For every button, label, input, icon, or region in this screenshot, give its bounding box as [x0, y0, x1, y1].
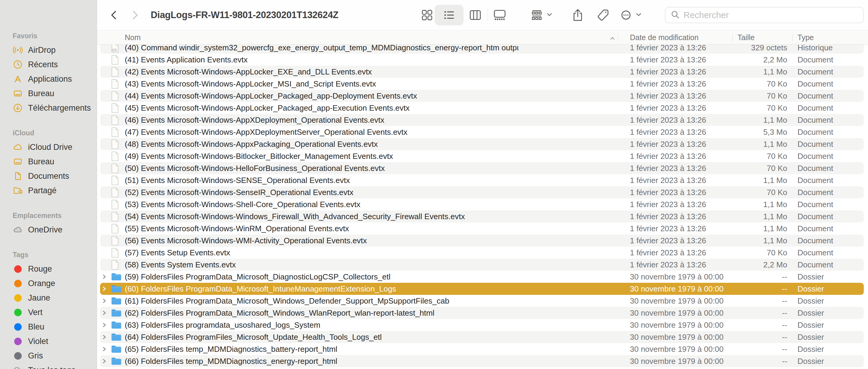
- sidebar-item-tous-les-tags[interactable]: Tous les tags…: [0, 363, 97, 369]
- table-row[interactable]: (50) Events Microsoft-Windows-HelloForBu…: [97, 162, 868, 174]
- file-name: (53) Events Microsoft-Windows-Shell-Core…: [125, 198, 518, 210]
- desktop-icon: [13, 156, 23, 167]
- column-header-type[interactable]: Type: [798, 30, 814, 44]
- table-row[interactable]: (62) FoldersFiles ProgramData_Microsoft_…: [97, 307, 868, 319]
- sidebar-item-rouge[interactable]: Rouge: [0, 262, 97, 276]
- table-row[interactable]: (56) Events Microsoft-Windows-WMI-Activi…: [97, 235, 868, 247]
- table-row[interactable]: (43) Events Microsoft-Windows-AppLocker_…: [97, 78, 868, 90]
- file-size: 1,1 Mo: [700, 114, 787, 126]
- column-header-nom[interactable]: Nom: [125, 30, 141, 44]
- sidebar-item-documents[interactable]: Documents: [0, 169, 97, 183]
- share-button[interactable]: [571, 0, 585, 30]
- group-by-button[interactable]: [530, 0, 553, 30]
- disclosure-chevron-icon[interactable]: [101, 307, 108, 319]
- sidebar-item-orange[interactable]: Orange: [0, 276, 97, 290]
- table-row[interactable]: (57) Events Setup Events.evtx1 février 2…: [97, 247, 868, 259]
- table-row[interactable]: (49) Events Microsoft-Windows-Bitlocker_…: [97, 150, 868, 162]
- table-row[interactable]: (44) Events Microsoft-Windows-AppLocker_…: [97, 90, 868, 102]
- sidebar-item-label: Documents: [28, 172, 69, 181]
- sidebar-item-airdrop[interactable]: AirDrop: [0, 43, 97, 57]
- table-row[interactable]: (47) Events Microsoft-Windows-AppXDeploy…: [97, 126, 868, 138]
- back-button[interactable]: [108, 0, 120, 30]
- chevron-down-icon: [546, 11, 553, 19]
- disclosure-chevron-icon[interactable]: [101, 355, 108, 367]
- icon-view-button[interactable]: [420, 0, 434, 30]
- sidebar-item-onedrive[interactable]: OneDrive: [0, 222, 97, 237]
- sidebar-item-label: Violet: [28, 337, 48, 346]
- file-type: Document: [798, 210, 833, 222]
- sidebar-item-gris[interactable]: Gris: [0, 348, 97, 363]
- gallery-view-button[interactable]: [493, 0, 507, 30]
- table-row[interactable]: (59) FoldersFiles ProgramData_Microsoft_…: [97, 271, 868, 283]
- table-row[interactable]: (52) Events Microsoft-Windows-SenseIR_Op…: [97, 186, 868, 198]
- sidebar-item-violet[interactable]: Violet: [0, 334, 97, 348]
- desktop-icon: [13, 88, 23, 99]
- sidebar-item-applications[interactable]: Applications: [0, 72, 97, 86]
- disclosure-chevron-icon[interactable]: [101, 343, 108, 355]
- table-row[interactable]: (42) Events Microsoft-Windows-AppLocker_…: [97, 66, 868, 78]
- sidebar-item-recents[interactable]: Récents: [0, 57, 97, 72]
- file-name: (44) Events Microsoft-Windows-AppLocker_…: [125, 90, 518, 102]
- search-input[interactable]: [684, 10, 858, 20]
- forward-button[interactable]: [129, 0, 141, 30]
- table-row[interactable]: (45) Events Microsoft-Windows-AppLocker_…: [97, 102, 868, 114]
- file-name: (47) Events Microsoft-Windows-AppXDeploy…: [125, 126, 518, 138]
- table-row[interactable]: (66) FoldersFiles temp_MDMDiagnostics_en…: [97, 355, 868, 367]
- column-header-taille[interactable]: Taille: [738, 30, 755, 44]
- disclosure-chevron-icon[interactable]: [101, 319, 108, 331]
- file-name: (46) Events Microsoft-Windows-AppXDeploy…: [125, 114, 518, 126]
- file-size: 1,1 Mo: [700, 138, 787, 150]
- sidebar-item-telechargements[interactable]: Téléchargements: [0, 101, 97, 115]
- column-view-button[interactable]: [468, 0, 482, 30]
- file-name: (60) FoldersFiles ProgramData_Microsoft_…: [125, 283, 518, 295]
- disclosure-chevron-icon[interactable]: [101, 271, 108, 283]
- file-name: (59) FoldersFiles ProgramData_Microsoft_…: [125, 271, 518, 283]
- date-modified: 1 février 2023 à 13:26: [630, 138, 706, 150]
- date-modified: 1 février 2023 à 13:26: [630, 198, 706, 210]
- table-row[interactable]: (46) Events Microsoft-Windows-AppXDeploy…: [97, 114, 868, 126]
- table-row[interactable]: (64) FoldersFiles ProgramFiles_Microsoft…: [97, 331, 868, 343]
- sidebar-item-vert[interactable]: Vert: [0, 305, 97, 319]
- table-row[interactable]: (65) FoldersFiles temp_MDMDiagnostics_ba…: [97, 343, 868, 355]
- sidebar-item-icloud-drive[interactable]: iCloud Drive: [0, 140, 97, 154]
- more-options-button[interactable]: [619, 0, 642, 30]
- document-icon: [111, 66, 122, 78]
- sidebar-item-jaune[interactable]: Jaune: [0, 290, 97, 305]
- table-row[interactable]: (48) Events Microsoft-Windows-AppxPackag…: [97, 138, 868, 150]
- date-modified: 1 février 2023 à 13:26: [630, 259, 706, 271]
- disclosure-chevron-icon[interactable]: [101, 295, 108, 307]
- table-row[interactable]: (53) Events Microsoft-Windows-Shell-Core…: [97, 198, 868, 210]
- table-row[interactable]: (51) Events Microsoft-Windows-SENSE_Oper…: [97, 174, 868, 186]
- sidebar-item-label: iCloud Drive: [28, 143, 72, 152]
- document-icon: [111, 186, 122, 198]
- column-header-row: Nom Date de modification Taille Type: [97, 30, 868, 44]
- date-modified: 1 février 2023 à 13:26: [630, 210, 706, 222]
- table-row[interactable]: (54) Events Microsoft-Windows-Windows_Fi…: [97, 210, 868, 222]
- sidebar-item-partage[interactable]: Partagé: [0, 183, 97, 198]
- table-row[interactable]: (41) Events Application Events.evtx1 fév…: [97, 54, 868, 66]
- sidebar-section: TagsRougeOrangeJauneVertBleuVioletGrisTo…: [0, 250, 97, 369]
- sidebar-item-bleu[interactable]: Bleu: [0, 319, 97, 334]
- download-icon: [13, 103, 23, 113]
- disclosure-chevron-icon[interactable]: [101, 331, 108, 343]
- list-view-button[interactable]: [435, 5, 464, 25]
- file-type: Document: [798, 186, 833, 198]
- document-icon: [111, 126, 122, 138]
- sidebar-item-bureau[interactable]: Bureau: [0, 154, 97, 169]
- file-size: 70 Ko: [700, 150, 787, 162]
- table-row[interactable]: (55) Events Microsoft-Windows-WinRM_Oper…: [97, 222, 868, 235]
- file-name: (45) Events Microsoft-Windows-AppLocker_…: [125, 102, 518, 114]
- tag-dot-icon: [13, 293, 23, 303]
- disclosure-chevron-icon[interactable]: [101, 283, 108, 295]
- table-row[interactable]: (60) FoldersFiles ProgramData_Microsoft_…: [97, 283, 868, 295]
- table-row[interactable]: (63) FoldersFiles programdata_usoshared_…: [97, 319, 868, 331]
- table-row[interactable]: (61) FoldersFiles ProgramData_Microsoft_…: [97, 295, 868, 307]
- column-header-date[interactable]: Date de modification: [630, 30, 699, 44]
- table-row[interactable]: (58) Events System Events.evtx1 février …: [97, 259, 868, 271]
- file-list-pane: Nom Date de modification Taille Type LOG…: [97, 30, 868, 369]
- search-field[interactable]: [665, 7, 864, 23]
- tag-button[interactable]: [596, 0, 610, 30]
- clock-icon: [13, 59, 23, 70]
- sidebar-item-bureau[interactable]: Bureau: [0, 86, 97, 101]
- file-size: 70 Ko: [700, 90, 787, 102]
